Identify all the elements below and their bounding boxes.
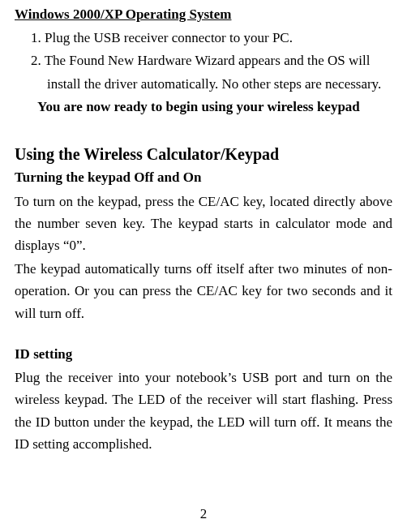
- turning-heading: Turning the keypad Off and On: [15, 167, 392, 188]
- id-setting-heading: ID setting: [15, 344, 392, 365]
- turning-para-1: To turn on the keypad, press the CE/AC k…: [15, 191, 392, 257]
- install-step-1: 1. Plug the USB receiver connector to yo…: [15, 28, 392, 49]
- install-step-2-line2: install the driver automatically. No oth…: [15, 74, 392, 95]
- install-step-2-line1: 2. The Found New Hardware Wizard appears…: [15, 50, 392, 71]
- os-heading: Windows 2000/XP Operating System: [15, 6, 392, 23]
- turning-para-2: The keypad automatically turns off itsel…: [15, 258, 392, 324]
- section-heading: Using the Wireless Calculator/Keypad: [15, 145, 392, 164]
- id-setting-para: Plug the receiver into your notebook’s U…: [15, 367, 392, 455]
- page-number: 2: [0, 506, 407, 522]
- ready-text: You are now ready to begin using your wi…: [15, 97, 392, 118]
